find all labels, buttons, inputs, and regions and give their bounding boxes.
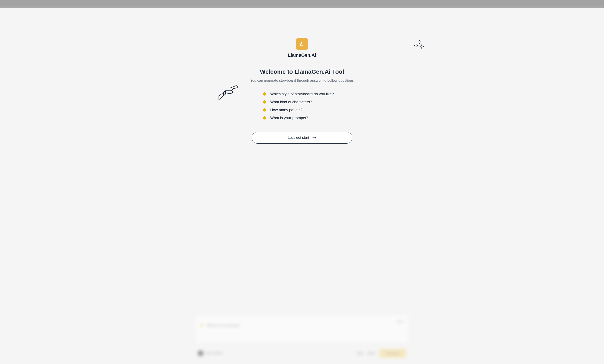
pointing-hand-decoration xyxy=(217,82,240,104)
arrow-right-icon xyxy=(313,136,316,139)
question-item: ✱ What kind of characters? xyxy=(263,99,334,105)
question-item: ✱ What is your prompts? xyxy=(263,115,334,121)
questions-list: ✱ Which style of storyboard do you like?… xyxy=(263,92,334,121)
question-text: How many panels? xyxy=(270,108,302,112)
welcome-subtitle: You can generate storyboard through answ… xyxy=(250,79,354,83)
question-text: Which style of storyboard do you like? xyxy=(270,92,334,96)
question-text: What kind of characters? xyxy=(270,100,312,104)
brand-logo: L xyxy=(296,38,308,50)
asterisk-icon: ✱ xyxy=(263,92,266,97)
question-item: ✱ How many panels? xyxy=(263,108,334,112)
get-started-button[interactable]: Let's get start xyxy=(252,132,352,144)
question-text: What is your prompts? xyxy=(270,116,308,120)
button-label: Let's get start xyxy=(288,136,309,140)
brand-name: LlamaGen.Ai xyxy=(288,52,316,58)
modal-overlay: 0/600 ✱ What is your prompts? User Name … xyxy=(0,8,604,364)
asterisk-icon: ✱ xyxy=(263,115,266,121)
sparkles-decoration xyxy=(413,40,425,52)
asterisk-icon: ✱ xyxy=(263,99,266,105)
welcome-title: Welcome to LlamaGen.Ai Tool xyxy=(260,68,344,75)
browser-top-bar xyxy=(0,0,604,8)
asterisk-icon: ✱ xyxy=(263,108,266,112)
question-item: ✱ Which style of storyboard do you like? xyxy=(263,92,334,97)
welcome-modal: L LlamaGen.Ai Welcome to LlamaGen.Ai Too… xyxy=(0,8,604,364)
logo-letter: L xyxy=(300,40,305,48)
